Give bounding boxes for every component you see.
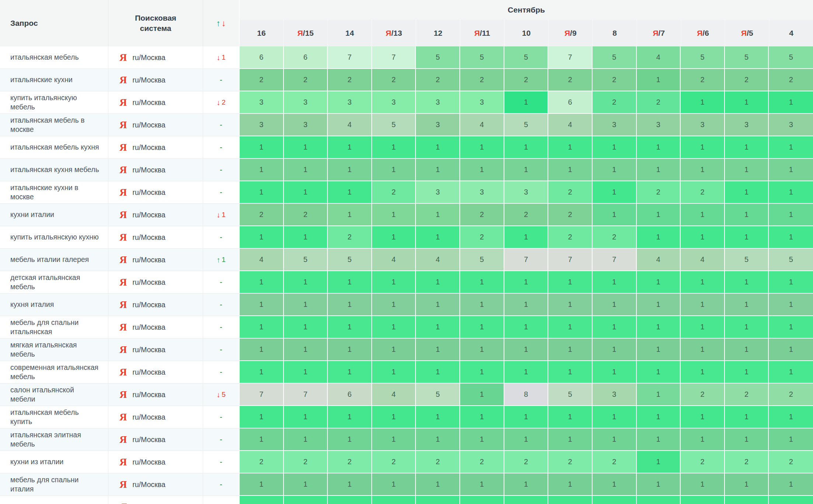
query-cell[interactable]: купить итальянскую мебель: [0, 91, 108, 114]
query-cell[interactable]: итальянские кухни в москве: [0, 181, 108, 204]
date-label: /5: [747, 29, 753, 38]
query-cell[interactable]: мебель для спальни италия: [0, 473, 108, 496]
position-cell: 1: [769, 226, 813, 249]
engine-column-header[interactable]: Поисковая система: [108, 0, 203, 46]
position-cell: 1: [593, 339, 637, 361]
query-column-header[interactable]: Запрос: [0, 0, 108, 46]
engine-region: ru/Москва: [132, 76, 165, 84]
position-cell: 2: [769, 69, 813, 91]
yandex-date-prefix: Я: [697, 29, 702, 38]
query-cell[interactable]: мебель для спальни итальянская: [0, 316, 108, 339]
date-header-cell[interactable]: Я/6: [681, 20, 725, 46]
position-cell: 2: [460, 69, 504, 91]
date-header-cell[interactable]: 14: [328, 20, 372, 46]
yandex-icon: Я: [119, 120, 127, 130]
date-header-cell[interactable]: Я/7: [637, 20, 681, 46]
query-cell[interactable]: кухни италии: [0, 204, 108, 226]
no-change-dash: -: [220, 435, 222, 444]
position-cell: 7: [593, 249, 637, 271]
query-cell[interactable]: мебель италии галерея: [0, 249, 108, 271]
position-cell: 2: [637, 91, 681, 114]
date-header-cell[interactable]: 12: [416, 20, 460, 46]
query-cell[interactable]: итальянская элитная мебель: [0, 428, 108, 451]
date-header-cell[interactable]: Я/11: [461, 20, 504, 46]
date-header-cell[interactable]: Я/9: [549, 20, 592, 46]
table-row: кухни италииЯru/Москва↓12211122211111: [0, 204, 813, 226]
position-cell: 1: [284, 226, 328, 249]
date-header-cell[interactable]: Я/13: [372, 20, 416, 46]
down-arrow-icon: ↓: [216, 98, 220, 107]
position-cell: 1: [725, 339, 769, 361]
engine-cell: Яru/Москва: [108, 226, 203, 249]
query-cell[interactable]: современная итальянская мебель: [0, 361, 108, 384]
no-change-dash: -: [220, 458, 222, 466]
query-text: кухни из италии: [10, 457, 63, 466]
query-cell[interactable]: салон итальянской мебели: [0, 384, 108, 406]
position-cell: [240, 496, 284, 504]
query-cell[interactable]: итальянская мебель в москве: [0, 114, 108, 136]
table-row: кухня италияЯru/Москва-1111111111111: [0, 294, 813, 316]
no-change-dash: -: [220, 143, 222, 151]
query-cell[interactable]: итальянская кухня мебель: [0, 159, 108, 181]
date-header-cell[interactable]: 4: [769, 20, 813, 46]
position-cell: 1: [769, 91, 813, 114]
date-header-cell[interactable]: 10: [505, 20, 548, 46]
yandex-icon: Я: [119, 389, 127, 400]
change-cell: ↓2: [203, 91, 240, 114]
query-cell[interactable]: итальянская мебель кухня: [0, 136, 108, 159]
position-cell: 1: [637, 294, 681, 316]
change-sort-header[interactable]: ↑ ↓: [203, 0, 240, 46]
date-header-cell[interactable]: 8: [593, 20, 636, 46]
position-cell: 1: [681, 204, 725, 226]
position-cell: 1: [284, 406, 328, 428]
position-cell: 1: [725, 473, 769, 496]
position-cell: 4: [637, 249, 681, 271]
position-cell: [637, 496, 681, 504]
query-cell[interactable]: купить итальянскую кухню: [0, 226, 108, 249]
position-cell: 6: [284, 46, 328, 69]
query-text: итальянская мебель: [10, 53, 79, 62]
position-cell: 2: [240, 69, 284, 91]
position-cell: 1: [769, 339, 813, 361]
query-cell[interactable]: детская итальянская мебель: [0, 271, 108, 294]
engine-region: ru/Москва: [132, 256, 165, 264]
query-cell[interactable]: итальянская мебель: [0, 46, 108, 69]
position-cell: 1: [548, 316, 593, 339]
table-row: кухни из италииЯru/Москва-2222222221222: [0, 451, 813, 473]
position-cell: 2: [504, 451, 549, 473]
query-cell[interactable]: итальянская мебель купить: [0, 406, 108, 428]
position-cell: 4: [372, 249, 416, 271]
query-cell[interactable]: [0, 496, 108, 504]
position-cell: 1: [504, 361, 549, 384]
query-cell[interactable]: мягкая итальянская мебель: [0, 339, 108, 361]
table-row: современная итальянская мебельЯru/Москва…: [0, 361, 813, 384]
date-label: 10: [522, 29, 531, 38]
dates-header-group: Сентябрь 16Я/1514Я/1312Я/1110Я/98Я/7Я/6Я…: [240, 0, 813, 46]
date-header-cell[interactable]: Я/5: [725, 20, 769, 46]
query-text: купить итальянскую мебель: [10, 93, 101, 112]
position-cell: 1: [548, 271, 593, 294]
query-cell[interactable]: кухни из италии: [0, 451, 108, 473]
engine-region: ru/Москва: [132, 233, 165, 242]
date-header-cell[interactable]: 16: [240, 20, 283, 46]
date-header-cell[interactable]: Я/15: [284, 20, 327, 46]
change-cell: -: [203, 271, 240, 294]
position-cell: 1: [593, 181, 637, 204]
position-cell: 1: [372, 159, 416, 181]
yandex-icon: Я: [119, 412, 127, 422]
position-cell: [284, 496, 328, 504]
position-cell: 1: [769, 361, 813, 384]
query-cell[interactable]: итальянские кухни: [0, 69, 108, 91]
no-change-dash: -: [220, 76, 222, 84]
yandex-icon: Я: [119, 434, 127, 445]
table-body: итальянская мебельЯru/Москва↓16677555754…: [0, 46, 813, 504]
position-cell: 5: [416, 384, 460, 406]
yandex-date-prefix: Я: [386, 29, 391, 38]
engine-region: ru/Москва: [132, 391, 165, 399]
date-label: 14: [345, 29, 354, 38]
up-arrow-icon: ↑: [216, 256, 220, 264]
position-cell: 7: [240, 384, 284, 406]
position-cell: 1: [240, 271, 284, 294]
query-cell[interactable]: кухня италия: [0, 294, 108, 316]
position-cell: 1: [328, 136, 372, 159]
